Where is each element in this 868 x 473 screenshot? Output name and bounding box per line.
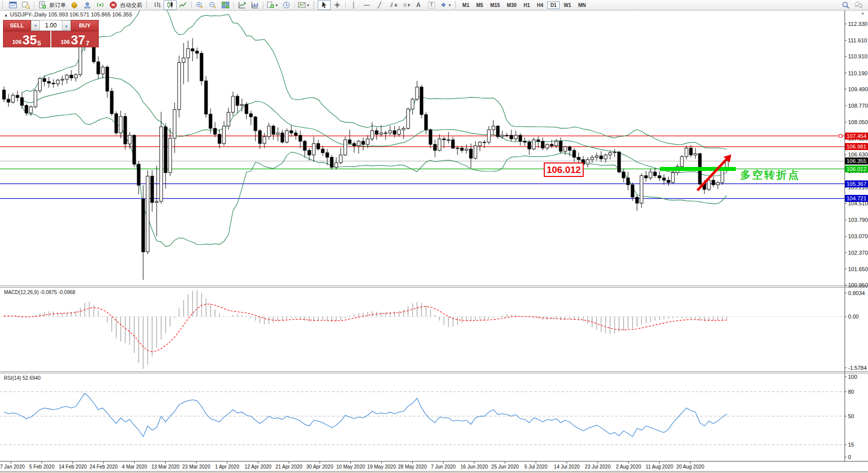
candle-body — [577, 158, 580, 160]
candle-body — [182, 58, 185, 62]
candlestick-type-button[interactable] — [164, 0, 177, 10]
add-indicator-dropdown[interactable]: ▼ — [265, 0, 280, 10]
time-tick-label: 28 May 2020 — [398, 464, 427, 470]
tile-windows-button[interactable] — [219, 0, 232, 10]
candle-body — [555, 141, 558, 146]
indicator-list-button[interactable] — [248, 0, 261, 10]
market-button[interactable] — [68, 0, 81, 10]
buy-price-display[interactable]: 106377 — [51, 31, 99, 47]
zoom-out-button[interactable] — [206, 0, 219, 10]
candle-body — [34, 91, 37, 107]
zoom-in-button[interactable] — [193, 0, 206, 10]
timeframe-M15[interactable]: M15 — [487, 1, 503, 9]
candle-body — [47, 82, 50, 83]
candle-body — [707, 180, 710, 189]
bollinger-upper — [22, 0, 727, 149]
candle-body — [317, 144, 320, 149]
crosshair-tool-button[interactable] — [331, 0, 344, 10]
channel-tool[interactable]: ⫽E — [386, 0, 399, 10]
buy-button[interactable]: BUY — [71, 20, 99, 31]
candle-body — [348, 140, 351, 144]
candle-body — [573, 151, 576, 158]
chinese-note-annotation[interactable]: 多空转折点 — [740, 168, 800, 182]
candle-body — [541, 141, 544, 148]
autotrade-button[interactable] — [107, 0, 120, 10]
new-order-label[interactable]: 新订单 — [49, 1, 66, 9]
bar-chart-type-button[interactable] — [151, 0, 164, 10]
collapse-panel-icon[interactable]: ▲ — [4, 13, 8, 17]
toolbar-separator — [294, 1, 295, 9]
timeframe-M1[interactable]: M1 — [459, 1, 472, 9]
timeframe-M5[interactable]: M5 — [473, 1, 486, 9]
timeframe-W1[interactable]: W1 — [561, 1, 574, 9]
time-tick-label: 7 Jun 2020 — [431, 464, 456, 470]
indicators-button[interactable] — [235, 0, 248, 10]
new-chart-button[interactable] — [6, 0, 19, 10]
candle-body — [205, 81, 208, 114]
time-tick-label: 12 Apr 2020 — [244, 464, 271, 470]
search-icon[interactable] — [839, 0, 852, 10]
chart-canvas[interactable]: 112.330111.610110.910110.190109.490108.7… — [0, 0, 868, 473]
vertical-line-tool[interactable]: │ — [347, 0, 360, 10]
candle-body — [70, 75, 73, 78]
candle-body — [124, 117, 127, 144]
fibonacci-tool[interactable]: ≡F — [399, 0, 412, 10]
toolbar-separator — [191, 1, 192, 9]
candle-body — [456, 148, 459, 149]
timeframe-H1[interactable]: H1 — [521, 1, 533, 9]
axis-tick-label: 103.070 — [848, 233, 868, 239]
line-chart-type-button[interactable] — [177, 0, 190, 10]
toolbar-grip[interactable] — [455, 1, 458, 8]
toolbar-grip[interactable] — [313, 1, 316, 8]
volume-decrease-button[interactable]: ▼ — [31, 20, 40, 30]
volume-increase-button[interactable]: ▲ — [62, 20, 71, 30]
trendline-tool[interactable]: ╱ — [373, 0, 386, 10]
chart-shift-marker[interactable]: ▲ — [861, 10, 865, 15]
line-handle[interactable] — [839, 135, 842, 138]
price-axis[interactable]: 112.330111.610110.910110.190109.490108.7… — [845, 21, 868, 460]
chat-icon[interactable] — [852, 0, 865, 10]
candle-body — [478, 142, 481, 146]
time-axis[interactable]: 27 Jan 20205 Feb 202014 Feb 202024 Feb 2… — [0, 462, 704, 470]
text-tool[interactable]: A — [412, 0, 425, 10]
autotrade-label[interactable]: 自动交易 — [120, 1, 142, 9]
candle-body — [429, 130, 432, 144]
horizontal-line-tool[interactable]: — — [360, 0, 373, 10]
time-tick-label: 14 Jul 2020 — [554, 464, 580, 470]
sell-button[interactable]: SELL — [3, 20, 31, 31]
chart-symbol-title[interactable]: ▲USDJPY-,Daily 105.993 106.571 105.865 1… — [4, 11, 132, 17]
support-highlight[interactable] — [660, 167, 736, 171]
candle-body — [613, 152, 616, 153]
candle-body — [694, 154, 697, 155]
timeframe-H4[interactable]: H4 — [534, 1, 546, 9]
timeframe-MN[interactable]: MN — [575, 1, 589, 9]
time-tick-label: 16 Jun 2020 — [460, 464, 488, 470]
toolbar-grip[interactable] — [2, 1, 5, 8]
candle-body — [276, 133, 279, 135]
timeframe-M30[interactable]: M30 — [504, 1, 519, 9]
candle-body — [667, 180, 670, 183]
candle-body — [101, 67, 104, 74]
axis-tick-label: 102.370 — [848, 250, 868, 256]
green-highlight-bar[interactable] — [660, 167, 736, 171]
period-clock-button[interactable] — [280, 0, 293, 10]
candle-body — [451, 140, 454, 149]
cursor-tool-button[interactable] — [318, 0, 331, 10]
price-tag-106.981: 106.981 — [845, 143, 868, 150]
templates-button[interactable]: ▼ — [296, 0, 311, 10]
toolbar-grip[interactable] — [146, 1, 149, 8]
timeframe-D1[interactable]: D1 — [547, 1, 560, 9]
new-order-button[interactable] — [36, 0, 49, 10]
volume-input[interactable] — [40, 20, 62, 30]
signals-button[interactable] — [94, 0, 107, 10]
arrows-tool-dropdown[interactable]: ❖▼ — [438, 0, 453, 10]
candle-body — [402, 129, 405, 130]
chart-profiles-button[interactable] — [19, 0, 32, 10]
community-button[interactable] — [81, 0, 94, 10]
time-tick-label: 14 Feb 2020 — [59, 464, 87, 470]
rsi-pane — [0, 392, 845, 445]
sell-price-display[interactable]: 106355 — [3, 31, 50, 47]
candle-body — [191, 49, 194, 51]
text-label-tool[interactable]: T — [425, 0, 438, 10]
price-annotation-box[interactable]: 106.012 — [544, 162, 584, 177]
